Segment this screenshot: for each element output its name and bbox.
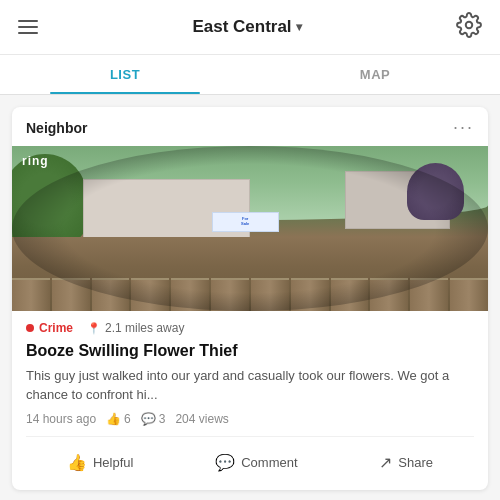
menu-button[interactable] — [18, 20, 38, 34]
comment-number: 3 — [159, 412, 166, 426]
share-icon: ↗ — [379, 453, 392, 472]
comment-count: 💬 3 — [141, 412, 166, 426]
distance-info: 📍 2.1 miles away — [87, 321, 184, 335]
crime-label: Crime — [39, 321, 73, 335]
post-timestamp: 14 hours ago — [26, 412, 96, 426]
thumbs-up-icon: 👍 — [106, 412, 121, 426]
distance-label: 2.1 miles away — [105, 321, 184, 335]
comment-button[interactable]: 💬 Comment — [207, 449, 305, 476]
helpful-button[interactable]: 👍 Helpful — [59, 449, 141, 476]
location-selector[interactable]: East Central ▾ — [192, 17, 301, 37]
like-number: 6 — [124, 412, 131, 426]
tab-list[interactable]: LIST — [0, 55, 250, 94]
gear-icon — [456, 12, 482, 38]
content-area: Neighbor ··· ForSale — [0, 95, 500, 500]
chevron-down-icon: ▾ — [296, 20, 302, 34]
crime-badge: Crime — [26, 321, 73, 335]
ring-label: ring — [22, 154, 49, 168]
card-image: ForSale — [12, 146, 488, 311]
view-count: 204 views — [175, 412, 228, 426]
tab-bar: LIST MAP — [0, 55, 500, 95]
app-header: East Central ▾ — [0, 0, 500, 55]
meta-row: Crime 📍 2.1 miles away — [26, 321, 474, 335]
helpful-icon: 👍 — [67, 453, 87, 472]
card-body: Crime 📍 2.1 miles away Booze Swilling Fl… — [12, 311, 488, 490]
card-header: Neighbor ··· — [12, 107, 488, 146]
post-description: This guy just walked into our yard and c… — [26, 367, 474, 405]
comment-action-label: Comment — [241, 455, 297, 470]
post-title: Booze Swilling Flower Thief — [26, 341, 474, 362]
crime-dot — [26, 324, 34, 332]
comment-icon: 💬 — [141, 412, 156, 426]
pin-icon: 📍 — [87, 322, 101, 335]
post-card: Neighbor ··· ForSale — [12, 107, 488, 490]
settings-button[interactable] — [456, 12, 482, 42]
svg-point-0 — [466, 22, 473, 29]
card-source-label: Neighbor — [26, 120, 87, 136]
share-button[interactable]: ↗ Share — [371, 449, 441, 476]
location-label: East Central — [192, 17, 291, 37]
share-label: Share — [398, 455, 433, 470]
more-options-button[interactable]: ··· — [453, 117, 474, 138]
tab-map[interactable]: MAP — [250, 55, 500, 94]
post-stats: 14 hours ago 👍 6 💬 3 204 views — [26, 412, 474, 437]
comment-action-icon: 💬 — [215, 453, 235, 472]
card-actions: 👍 Helpful 💬 Comment ↗ Share — [26, 447, 474, 480]
like-count: 👍 6 — [106, 412, 131, 426]
helpful-label: Helpful — [93, 455, 133, 470]
